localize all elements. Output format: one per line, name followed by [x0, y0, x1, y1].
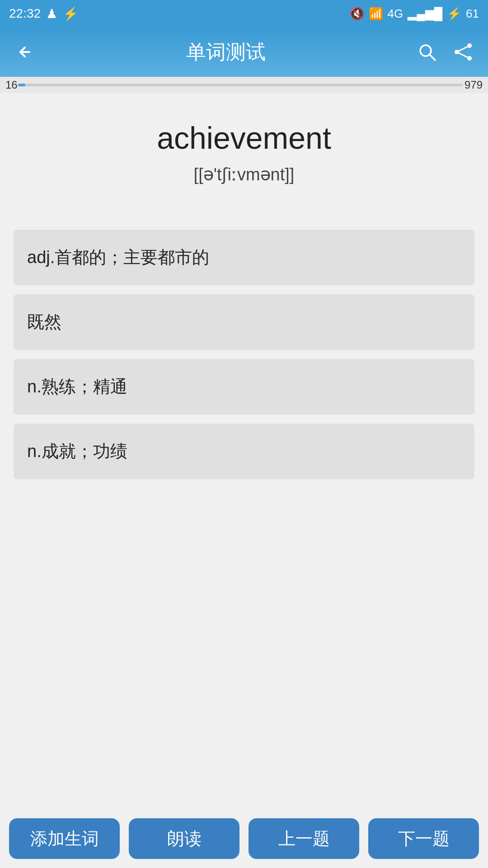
option-item-3[interactable]: n.熟练；精通	[14, 359, 474, 415]
progress-total: 979	[465, 79, 483, 91]
battery-charging-icon: ⚡	[447, 7, 461, 21]
next-question-button[interactable]: 下一题	[368, 818, 479, 859]
svg-line-1	[430, 55, 435, 60]
header-actions	[416, 41, 474, 63]
share-button[interactable]	[452, 41, 474, 63]
prev-question-button[interactable]: 上一题	[249, 818, 359, 859]
usb-icon: ⚡	[63, 6, 79, 21]
option-item-1[interactable]: adj.首都的；主要都市的	[14, 230, 474, 285]
progress-current: 16	[5, 79, 18, 91]
signal-4g-icon: 4G	[388, 7, 404, 21]
option-item-4[interactable]: n.成就；功绩	[14, 424, 474, 479]
status-bar: 22:32 ♟ ⚡ 🔇 📶 4G ▂▄▆█ ⚡ 61	[0, 0, 488, 27]
progress-track	[18, 84, 463, 86]
add-word-button[interactable]: 添加生词	[9, 818, 120, 859]
bottom-bar: 添加生词 朗读 上一题 下一题	[0, 809, 488, 868]
mute-icon: 🔇	[350, 7, 364, 21]
option-item-2[interactable]: 既然	[14, 294, 474, 350]
word-english: achievement	[18, 120, 470, 156]
progress-fill	[18, 84, 25, 86]
search-button[interactable]	[416, 41, 438, 63]
svg-line-6	[457, 52, 469, 58]
svg-line-5	[457, 46, 469, 52]
status-left: 22:32 ♟ ⚡	[9, 6, 79, 21]
word-phonetic: [[ə'tʃiːvmənt]]	[18, 165, 470, 184]
wifi-icon: 📶	[369, 7, 383, 21]
read-aloud-button[interactable]: 朗读	[129, 818, 239, 859]
battery-level: 61	[466, 7, 479, 21]
person-icon: ♟	[46, 6, 57, 21]
word-area: achievement [[ə'tʃiːvmənt]]	[0, 93, 488, 221]
status-time: 22:32	[9, 6, 41, 21]
options-area: adj.首都的；主要都市的既然n.熟练；精通n.成就；功绩	[0, 221, 488, 488]
page-title: 单词测试	[186, 39, 266, 66]
header: 单词测试	[0, 27, 488, 77]
progress-bar-container: 16 979	[0, 77, 488, 93]
status-right: 🔇 📶 4G ▂▄▆█ ⚡ 61	[350, 7, 479, 21]
signal-bars-icon: ▂▄▆█	[408, 7, 442, 21]
back-button[interactable]	[14, 41, 36, 63]
